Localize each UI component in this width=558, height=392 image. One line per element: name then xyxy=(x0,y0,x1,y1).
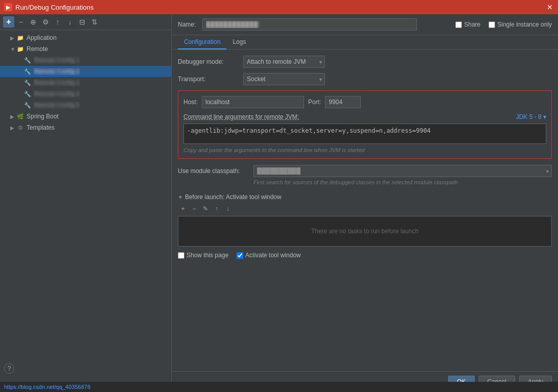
before-launch-empty-message: There are no tasks to run before launch xyxy=(311,228,418,235)
debugger-mode-label: Debugger mode: xyxy=(178,58,239,65)
before-launch-add-button[interactable]: + xyxy=(178,204,188,214)
tree-item-label: Remote Config 1 xyxy=(34,57,80,64)
sort-button[interactable]: ⇅ xyxy=(89,16,100,28)
transport-label: Transport: xyxy=(178,76,239,83)
show-this-page-text: Show this page xyxy=(187,252,228,259)
port-input[interactable] xyxy=(325,96,361,108)
tree-item-spring-boot[interactable]: ▶ 🌿 Spring Boot xyxy=(0,111,171,122)
before-launch-remove-button[interactable]: − xyxy=(189,204,199,214)
before-launch-edit-button[interactable]: ✎ xyxy=(200,204,211,214)
right-panel: Name: Share Single instance only Configu… xyxy=(172,14,558,392)
port-label: Port: xyxy=(308,99,321,106)
config-content: Debugger mode: Attach to remote JVM ▾ Tr… xyxy=(172,50,558,371)
template-icon: ⚙ xyxy=(16,124,25,132)
activate-tool-window-checkbox[interactable] xyxy=(237,252,243,259)
transport-select[interactable]: Socket xyxy=(243,73,325,85)
url-text: https://blog.csdn.net/qq_40356878 xyxy=(4,384,90,390)
spring-icon: 🌿 xyxy=(16,112,25,120)
tree-item-label: Remote xyxy=(27,45,48,53)
module-select-wrapper: ██████████ ▾ xyxy=(253,165,552,177)
tree-item-remote-4[interactable]: 🔧 Remote Config 4 xyxy=(0,88,171,100)
title-bar: ▶ Run/Debug Configurations ✕ xyxy=(0,0,558,14)
tree-item-remote-1[interactable]: 🔧 Remote Config 1 xyxy=(0,55,171,66)
before-launch-section: ▼ Before launch: Activate tool window + … xyxy=(178,193,552,247)
single-instance-checkbox[interactable] xyxy=(489,21,495,28)
collapse-icon[interactable]: ▼ xyxy=(178,194,183,200)
filter-button[interactable]: ⊟ xyxy=(77,16,88,28)
close-button[interactable]: ✕ xyxy=(546,3,554,11)
remove-config-button[interactable]: − xyxy=(15,16,27,28)
window-title: Run/Debug Configurations xyxy=(15,4,94,11)
single-instance-checkbox-label[interactable]: Single instance only xyxy=(489,21,552,28)
host-input[interactable] xyxy=(202,96,304,108)
transport-select-wrapper: Socket ▾ xyxy=(243,73,325,85)
share-checkbox-label[interactable]: Share xyxy=(455,21,480,28)
help-button[interactable]: ? xyxy=(4,363,14,374)
tree-item-label: Remote Config 5 xyxy=(34,102,80,109)
name-label: Name: xyxy=(178,21,198,28)
before-launch-header: ▼ Before launch: Activate tool window xyxy=(178,193,552,201)
tree-item-label: Application xyxy=(27,34,57,41)
cmd-args-hint: Copy and paste the arguments to the comm… xyxy=(183,147,546,153)
cmd-args-header: Command line arguments for remote JVM: J… xyxy=(183,113,546,120)
show-this-page-label[interactable]: Show this page xyxy=(178,252,228,259)
tree-item-remote-2[interactable]: 🔧 Remote Config 2 xyxy=(0,66,171,77)
tree-item-label: Remote Config 4 xyxy=(34,90,80,97)
cmd-args-label: Command line arguments for remote JVM: xyxy=(183,113,299,120)
activate-tool-window-text: Activate tool window xyxy=(245,252,301,259)
tree-item-label: Remote Config 2 xyxy=(34,68,80,75)
folder-icon: 📁 xyxy=(16,45,25,53)
jdk-badge[interactable]: JDK 5 - 8 ▾ xyxy=(516,113,546,120)
add-config-button[interactable]: + xyxy=(3,16,14,28)
show-this-page-checkbox[interactable] xyxy=(178,252,184,259)
config-icon: 🔧 xyxy=(24,101,32,109)
folder-icon: 📁 xyxy=(16,34,25,42)
before-launch-up-button[interactable]: ↑ xyxy=(212,204,222,214)
before-launch-empty-area: There are no tasks to run before launch xyxy=(178,216,552,247)
cmd-args-box[interactable]: -agentlib:jdwp=transport=dt_socket,serve… xyxy=(183,124,546,144)
header-options: Share Single instance only xyxy=(455,21,552,28)
expand-arrow: ▶ xyxy=(10,125,16,131)
tabs-bar: Configuration Logs xyxy=(172,35,558,50)
move-down-button[interactable]: ↓ xyxy=(64,16,76,28)
host-label: Host: xyxy=(183,99,198,106)
config-icon: 🔧 xyxy=(24,67,32,76)
tree-item-label: Spring Boot xyxy=(27,113,59,120)
config-tree: ▶ 📁 Application ▼ 📁 Remote 🔧 Remote Conf… xyxy=(0,30,171,392)
before-launch-down-button[interactable]: ↓ xyxy=(223,204,233,214)
debugger-mode-row: Debugger mode: Attach to remote JVM ▾ xyxy=(178,56,552,68)
module-classpath-select[interactable]: ██████████ xyxy=(253,165,552,177)
tree-item-label: Templates xyxy=(27,124,55,131)
host-port-row: Host: Port: xyxy=(183,96,546,108)
tree-toolbar: + − ⊕ ⚙ ↑ ↓ ⊟ ⇅ xyxy=(0,14,171,30)
expand-arrow: ▶ xyxy=(10,114,16,119)
move-up-button[interactable]: ↑ xyxy=(52,16,63,28)
before-launch-toolbar: + − ✎ ↑ ↓ xyxy=(178,204,552,214)
activate-tool-window-label[interactable]: Activate tool window xyxy=(237,252,301,259)
red-section: Host: Port: Command line arguments for r… xyxy=(178,90,552,159)
tab-configuration[interactable]: Configuration xyxy=(178,35,226,50)
tree-item-application[interactable]: ▶ 📁 Application xyxy=(0,32,171,43)
name-input[interactable] xyxy=(202,18,417,31)
module-hint: First search for sources of the debugged… xyxy=(253,179,552,185)
tab-logs[interactable]: Logs xyxy=(226,35,252,50)
settings-button[interactable]: ⚙ xyxy=(40,16,51,28)
config-icon: 🔧 xyxy=(24,56,32,64)
debugger-mode-select[interactable]: Attach to remote JVM xyxy=(243,56,325,68)
left-panel: + − ⊕ ⚙ ↑ ↓ ⊟ ⇅ ▶ 📁 Application ▼ 📁 Remo… xyxy=(0,14,172,392)
url-bar: https://blog.csdn.net/qq_40356878 xyxy=(0,382,558,392)
tree-item-templates[interactable]: ▶ ⚙ Templates xyxy=(0,122,171,133)
copy-config-button[interactable]: ⊕ xyxy=(28,16,39,28)
tree-item-remote-5[interactable]: 🔧 Remote Config 5 xyxy=(0,100,171,111)
tree-item-remote-3[interactable]: 🔧 Remote Config 3 xyxy=(0,77,171,88)
debugger-mode-select-wrapper: Attach to remote JVM ▾ xyxy=(243,56,325,68)
config-icon: 🔧 xyxy=(24,79,32,87)
module-classpath-row: Use module classpath: ██████████ ▾ xyxy=(178,165,552,177)
share-checkbox[interactable] xyxy=(455,21,462,28)
tree-item-remote[interactable]: ▼ 📁 Remote xyxy=(0,43,171,55)
app-icon: ▶ xyxy=(4,3,12,11)
footer-checks: Show this page Activate tool window xyxy=(178,252,552,259)
transport-row: Transport: Socket ▾ xyxy=(178,73,552,85)
expand-arrow: ▼ xyxy=(10,46,16,52)
expand-arrow: ▶ xyxy=(10,35,16,41)
